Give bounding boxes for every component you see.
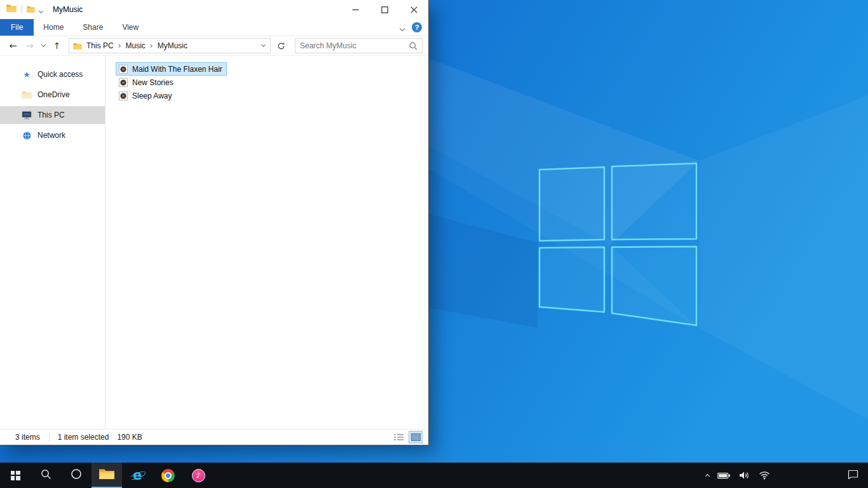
search-icon [41, 469, 51, 482]
chrome-button[interactable] [153, 463, 183, 488]
wifi-icon[interactable] [757, 471, 771, 480]
breadcrumb-separator: › [149, 41, 154, 50]
close-button[interactable] [399, 0, 428, 19]
onedrive-folder-icon [22, 91, 32, 98]
cortana-icon [71, 468, 82, 482]
sidebar-item-label: Network [37, 131, 65, 140]
sidebar-item-label: This PC [37, 111, 65, 119]
file-name: New Stories [132, 78, 173, 87]
cortana-button[interactable] [61, 463, 92, 488]
taskbar-file-explorer-button[interactable] [92, 463, 122, 488]
windows-start-icon [11, 471, 20, 480]
back-button[interactable]: ← [6, 40, 20, 51]
recent-locations-button[interactable] [39, 45, 48, 46]
tab-view[interactable]: View [112, 19, 148, 36]
search-icon [409, 42, 417, 50]
address-bar[interactable]: This PC › Music › MyMusic [69, 38, 271, 53]
star-icon: ★ [22, 70, 32, 79]
taskbar: e ♪ [0, 463, 868, 488]
internet-explorer-button[interactable]: e [122, 463, 153, 488]
battery-icon[interactable] [716, 472, 732, 479]
file-item[interactable]: Sleep Away [116, 89, 177, 102]
taskbar-search-button[interactable] [31, 463, 61, 488]
navigation-pane: ★ Quick access OneDrive This PC [0, 56, 105, 429]
navigation-toolbar: ← → ↑ This PC › Music › MyMusic [0, 36, 428, 56]
tab-file[interactable]: File [0, 19, 34, 36]
start-button[interactable] [0, 463, 31, 488]
breadcrumb-separator: › [117, 41, 123, 50]
action-center-button[interactable] [837, 463, 868, 488]
qat-folder-properties-icon[interactable] [27, 4, 35, 15]
breadcrumb-music[interactable]: Music [123, 41, 149, 50]
chrome-icon [161, 469, 175, 482]
tab-home[interactable]: Home [34, 19, 73, 36]
action-center-icon [848, 470, 858, 482]
large-icons-view-button[interactable] [409, 431, 422, 443]
forward-button[interactable]: → [22, 40, 37, 51]
window-controls [341, 0, 428, 19]
ribbon-tabs: File Home Share View ? [0, 19, 428, 36]
sidebar-item-quick-access[interactable]: ★ Quick access [0, 65, 105, 83]
computer-icon [22, 111, 32, 119]
breadcrumb-mymusic[interactable]: MyMusic [154, 41, 191, 50]
expand-ribbon-icon[interactable] [400, 22, 404, 33]
breadcrumb-this-pc[interactable]: This PC [83, 41, 117, 50]
help-icon[interactable]: ? [412, 22, 422, 32]
statusbar: 3 items 1 item selected 190 KB [0, 429, 428, 445]
selection-info: 1 item selected [58, 433, 109, 442]
view-switcher [392, 431, 428, 443]
itunes-icon: ♪ [192, 469, 205, 482]
volume-icon[interactable] [738, 471, 752, 480]
maximize-button[interactable] [370, 0, 399, 19]
network-icon [22, 131, 32, 140]
internet-explorer-icon: e [129, 468, 146, 483]
statusbar-divider [49, 433, 50, 442]
file-name: Sleep Away [132, 92, 172, 100]
file-explorer-window: MyMusic File Home Share View ? [0, 0, 429, 445]
media-file-icon [118, 78, 128, 88]
quick-access-toolbar [0, 4, 43, 15]
file-name: Maid With The Flaxen Hair [132, 65, 222, 74]
address-folder-icon [73, 43, 82, 50]
titlebar[interactable]: MyMusic [0, 0, 428, 19]
taskbar-empty-area [214, 463, 705, 488]
sidebar-item-onedrive[interactable]: OneDrive [0, 86, 105, 104]
toolbar-divider [22, 5, 22, 14]
selection-size: 190 KB [117, 433, 142, 442]
window-title: MyMusic [53, 5, 83, 14]
system-tray [705, 463, 771, 488]
explorer-app-icon [6, 4, 17, 15]
file-item[interactable]: New Stories [116, 76, 178, 89]
sidebar-item-label: OneDrive [37, 90, 70, 99]
media-file-icon [118, 91, 128, 101]
up-button[interactable]: ↑ [50, 41, 64, 51]
itunes-button[interactable]: ♪ [183, 463, 214, 488]
address-dropdown-icon[interactable] [256, 39, 270, 53]
file-explorer-icon [98, 468, 115, 483]
tab-share[interactable]: Share [73, 19, 112, 36]
customize-quick-access-icon[interactable] [39, 4, 43, 15]
items-count: 3 items [15, 433, 40, 442]
media-file-icon [118, 64, 128, 74]
refresh-button[interactable] [273, 42, 289, 50]
minimize-button[interactable] [341, 0, 370, 19]
file-list[interactable]: Maid With The Flaxen Hair New Stories Sl… [105, 56, 428, 429]
sidebar-item-this-pc[interactable]: This PC [0, 106, 105, 124]
desktop: MyMusic File Home Share View ? [0, 0, 868, 488]
search-input[interactable] [295, 41, 409, 50]
search-box[interactable] [295, 38, 423, 53]
show-hidden-icons-button[interactable] [705, 473, 710, 478]
sidebar-item-label: Quick access [37, 70, 83, 79]
file-item[interactable]: Maid With The Flaxen Hair [116, 62, 227, 76]
details-view-button[interactable] [392, 431, 405, 443]
sidebar-item-network[interactable]: Network [0, 126, 105, 144]
